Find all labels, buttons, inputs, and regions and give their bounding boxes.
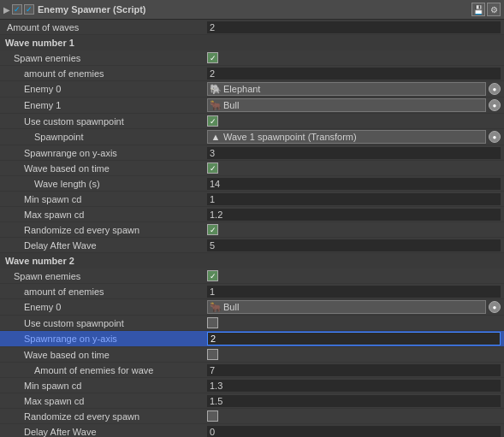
wave2-enemy0-icon: 🐂 — [210, 302, 221, 312]
amount-of-waves-label-col: Amount of waves — [0, 22, 204, 32]
wave2-enemy0-dropdown[interactable]: 🐂 Bull — [207, 300, 486, 314]
save-button[interactable]: 💾 — [471, 3, 485, 16]
wave1-wave-based-time-label-col: Wave based on time — [0, 163, 204, 174]
wave2-delay-after-wave-value-col — [204, 425, 504, 438]
wave1-custom-spawnpoint-value-col: ✓ — [204, 115, 504, 127]
wave2-randomize-cd-label: Randomize cd every spawn — [24, 411, 139, 422]
wave1-spawnrange-label-col: Spawnrange on y-axis — [0, 148, 204, 158]
wave1-spawn-enemies-label: Spawn enemies — [14, 53, 80, 63]
wave1-spawn-enemies-checkbox[interactable]: ✓ — [207, 52, 218, 63]
wave1-min-spawn-cd-input[interactable] — [207, 193, 501, 205]
wave2-enemy0-value: Bull — [223, 302, 239, 312]
wave1-amount-enemies-row: amount of enemies — [0, 66, 504, 81]
script-checkbox[interactable]: ✓ — [24, 4, 34, 15]
wave1-max-spawn-cd-label: Max spawn cd — [24, 210, 84, 220]
wave2-spawn-enemies-row: Spawn enemies ✓ — [0, 269, 504, 284]
wave2-amount-enemies-wave-label-col: Amount of enemies for wave — [0, 365, 204, 375]
wave2-amount-enemies-row: amount of enemies — [0, 284, 504, 299]
wave2-custom-spawnpoint-checkbox[interactable] — [207, 317, 218, 328]
wave2-max-spawn-cd-row: Max spawn cd — [0, 393, 504, 409]
wave1-max-spawn-cd-value-col — [204, 208, 504, 221]
wave1-wave-based-time-checkbox[interactable]: ✓ — [207, 162, 218, 174]
wave1-randomize-cd-value-col: ✓ — [204, 223, 504, 236]
wave2-custom-spawnpoint-label-col: Use custom spawnpoint — [0, 318, 204, 328]
wave2-amount-enemies-wave-input[interactable] — [207, 364, 501, 376]
wave1-enemy0-circle-btn[interactable]: ● — [489, 83, 501, 95]
wave1-amount-enemies-value-col — [204, 67, 504, 80]
wave2-custom-spawnpoint-value-col — [204, 316, 504, 329]
wave1-enemy1-row: Enemy 1 🐂 Bull ● — [0, 97, 504, 114]
wave2-spawn-enemies-label: Spawn enemies — [14, 271, 80, 281]
wave2-delay-after-wave-label-col: Delay After Wave — [0, 427, 204, 437]
wave2-min-spawn-cd-row: Min spawn cd — [0, 378, 504, 393]
inspector-panel: ▶ ✓ ✓ Enemy Spawner (Script) 💾 ⚙ Amount … — [0, 0, 504, 437]
wave1-spawnrange-value-col — [204, 146, 504, 160]
wave1-enemy1-value-col: 🐂 Bull ● — [204, 97, 504, 113]
wave1-spawnpoint-value-col: ▲ Wave 1 spawnpoint (Transform) ● — [204, 129, 504, 145]
wave1-wave-length-input[interactable] — [207, 178, 501, 190]
wave1-enemy1-circle-btn[interactable]: ● — [489, 99, 501, 111]
wave1-spawnpoint-dropdown[interactable]: ▲ Wave 1 spawnpoint (Transform) — [207, 130, 486, 144]
collapse-arrow-icon[interactable]: ▶ — [3, 5, 10, 15]
wave1-randomize-cd-checkbox[interactable]: ✓ — [207, 224, 218, 235]
wave1-enemy1-dropdown[interactable]: 🐂 Bull — [207, 98, 486, 112]
wave2-enemy0-circle-btn[interactable]: ● — [489, 301, 501, 313]
wave1-wave-based-time-label: Wave based on time — [24, 163, 110, 174]
wave1-randomize-cd-label-col: Randomize cd every spawn — [0, 225, 204, 235]
wave2-section-header: Wave number 2 — [0, 253, 504, 269]
wave2-max-spawn-cd-label-col: Max spawn cd — [0, 396, 204, 406]
wave2-randomize-cd-value-col — [204, 410, 504, 422]
wave1-spawnpoint-circle-btn[interactable]: ● — [489, 131, 501, 143]
wave2-spawnrange-value-col — [204, 331, 504, 346]
settings-button[interactable]: ⚙ — [487, 3, 501, 16]
wave1-enemy1-label: Enemy 1 — [24, 100, 61, 110]
wave2-amount-enemies-label: amount of enemies — [24, 286, 104, 297]
wave2-spawnrange-label: Spawnrange on y-axis — [24, 334, 117, 344]
wave1-spawn-enemies-label-col: Spawn enemies — [0, 53, 204, 63]
wave2-min-spawn-cd-input[interactable] — [207, 380, 501, 392]
wave1-max-spawn-cd-input[interactable] — [207, 209, 501, 221]
wave2-amount-enemies-input[interactable] — [207, 286, 501, 298]
wave2-spawn-enemies-value-col: ✓ — [204, 269, 504, 282]
wave2-enemy0-value-col: 🐂 Bull ● — [204, 299, 504, 315]
wave2-randomize-cd-row: Randomize cd every spawn — [0, 409, 504, 424]
wave1-custom-spawnpoint-checkbox[interactable]: ✓ — [207, 115, 218, 127]
wave2-spawn-enemies-checkbox[interactable]: ✓ — [207, 270, 218, 281]
wave1-spawnpoint-label: Spawnpoint — [34, 132, 84, 142]
wave1-randomize-cd-row: Randomize cd every spawn ✓ — [0, 222, 504, 238]
wave2-max-spawn-cd-input[interactable] — [207, 395, 501, 407]
wave1-enemy0-label-col: Enemy 0 — [0, 84, 204, 94]
wave2-section-label: Wave number 2 — [5, 256, 74, 266]
wave1-enemy0-label: Enemy 0 — [24, 84, 61, 94]
wave1-spawnpoint-value: Wave 1 spawnpoint (Transform) — [223, 132, 357, 142]
wave1-amount-enemies-input[interactable] — [207, 68, 501, 80]
wave1-custom-spawnpoint-row: Use custom spawnpoint ✓ — [0, 114, 504, 129]
enemy1-icon: 🐂 — [210, 100, 221, 110]
wave2-delay-after-wave-input[interactable] — [207, 426, 501, 438]
enabled-checkbox[interactable]: ✓ — [12, 4, 22, 15]
wave2-randomize-cd-checkbox[interactable] — [207, 410, 218, 422]
wave1-min-spawn-cd-label: Min spawn cd — [24, 194, 81, 204]
wave1-max-spawn-cd-label-col: Max spawn cd — [0, 210, 204, 220]
amount-of-waves-input[interactable] — [207, 21, 501, 33]
wave1-spawnpoint-row: Spawnpoint ▲ Wave 1 spawnpoint (Transfor… — [0, 129, 504, 145]
wave1-spawnrange-input[interactable] — [207, 147, 501, 159]
wave2-spawnrange-input[interactable] — [207, 332, 501, 345]
wave1-delay-after-wave-value-col — [204, 239, 504, 252]
wave1-delay-after-wave-input[interactable] — [207, 239, 501, 251]
amount-of-waves-row: Amount of waves — [0, 20, 504, 35]
wave2-spawnrange-label-col: Spawnrange on y-axis — [0, 334, 204, 344]
component-title: Enemy Spawner (Script) — [38, 4, 471, 15]
wave2-max-spawn-cd-value-col — [204, 394, 504, 408]
wave1-min-spawn-cd-label-col: Min spawn cd — [0, 194, 204, 204]
wave2-wave-based-time-checkbox[interactable] — [207, 349, 218, 360]
wave1-randomize-cd-label: Randomize cd every spawn — [24, 225, 139, 235]
wave1-enemy0-row: Enemy 0 🐘 Elephant ● — [0, 81, 504, 97]
wave2-wave-based-time-row: Wave based on time — [0, 347, 504, 363]
wave1-custom-spawnpoint-label-col: Use custom spawnpoint — [0, 116, 204, 127]
wave2-wave-based-time-value-col — [204, 348, 504, 361]
wave1-enemy0-dropdown[interactable]: 🐘 Elephant — [207, 82, 486, 96]
wave2-custom-spawnpoint-row: Use custom spawnpoint — [0, 316, 504, 331]
wave2-spawn-enemies-label-col: Spawn enemies — [0, 271, 204, 281]
component-header: ▶ ✓ ✓ Enemy Spawner (Script) 💾 ⚙ — [0, 0, 504, 20]
